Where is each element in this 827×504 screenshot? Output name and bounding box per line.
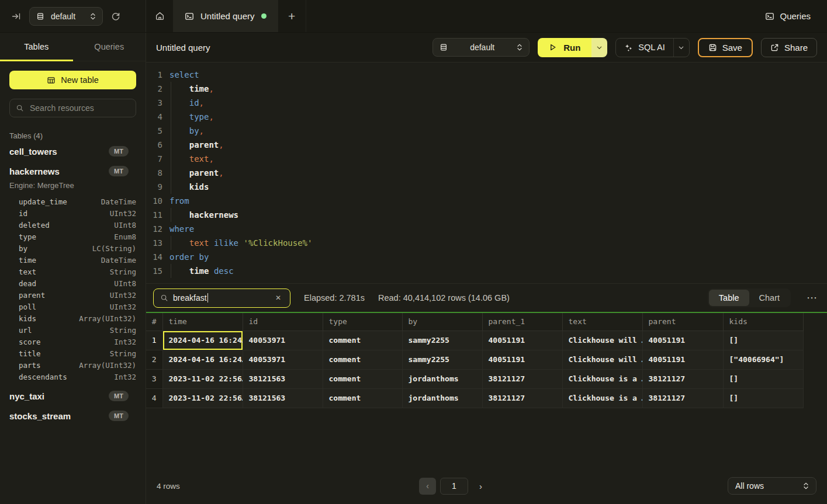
new-table-button[interactable]: New table (9, 71, 136, 89)
table-cell[interactable]: sammy2255 (402, 331, 482, 350)
refresh-icon (111, 12, 120, 21)
column-type: DateTime (101, 256, 136, 265)
table-cell[interactable]: 2023-11-02 22:56… (162, 388, 243, 408)
table-cell[interactable]: 40051191 (642, 350, 723, 369)
code-line: select (169, 68, 199, 82)
row-number[interactable]: 4 (146, 388, 162, 408)
table-cell[interactable]: 38121127 (642, 369, 723, 388)
table-cell[interactable]: 40051191 (642, 331, 723, 350)
table-cell[interactable]: 40051191 (482, 331, 562, 350)
sidebar-search-input[interactable] (29, 103, 130, 113)
editor-line[interactable]: 11 hackernews (146, 208, 827, 222)
table-cell[interactable]: jordanthoms (402, 388, 482, 408)
sql-ai-options-button[interactable] (673, 39, 689, 57)
table-cell[interactable]: comment (323, 331, 402, 350)
editor-line[interactable]: 5 by, (146, 124, 827, 138)
column-header[interactable]: type (323, 313, 402, 331)
editor-line[interactable]: 1 select (146, 68, 827, 82)
collapse-sidebar-button[interactable] (7, 7, 26, 26)
sql-ai-button[interactable]: SQL AI (615, 38, 689, 57)
editor-line[interactable]: 15 time desc (146, 264, 827, 278)
table-cell[interactable]: 38121127 (482, 388, 562, 408)
new-tab-button[interactable]: + (278, 0, 306, 32)
results-search-input[interactable]: breakfast (173, 293, 268, 303)
editor-line[interactable]: 7 text, (146, 152, 827, 166)
sql-ai-button-main[interactable]: SQL AI (616, 39, 673, 57)
previous-page-button[interactable]: ‹ (419, 478, 436, 495)
sidebar-table-item[interactable]: hackernews MT (9, 161, 136, 181)
editor-line[interactable]: 14 order by (146, 250, 827, 264)
share-button[interactable]: Share (761, 38, 817, 57)
home-button[interactable] (146, 0, 173, 32)
run-options-button[interactable] (591, 38, 607, 57)
clear-search-button[interactable]: ✕ (273, 293, 283, 303)
table-cell[interactable]: 38121127 (642, 388, 723, 408)
column-header[interactable]: by (402, 313, 482, 331)
refresh-button[interactable] (106, 7, 125, 26)
editor-line[interactable]: 13 text ilike '%ClickHouse%' (146, 236, 827, 250)
sidebar-table-item[interactable]: stocks_stream MT (9, 406, 136, 426)
save-button[interactable]: Save (698, 38, 753, 57)
editor-line[interactable]: 12 where (146, 222, 827, 236)
column-header[interactable]: # (146, 313, 162, 331)
editor-line[interactable]: 4 type, (146, 110, 827, 124)
column-header[interactable]: text (562, 313, 642, 331)
table-cell[interactable]: comment (323, 388, 402, 408)
table-cell[interactable]: ["40066964"] (723, 350, 803, 369)
save-icon (708, 43, 717, 52)
editor-line[interactable]: 2 time, (146, 82, 827, 96)
sidebar-tab-tables[interactable]: Tables (0, 33, 73, 61)
editor-line[interactable]: 3 id, (146, 96, 827, 110)
table-cell[interactable]: 38121563 (243, 369, 323, 388)
table-cell[interactable]: 40053971 (243, 350, 323, 369)
table-cell[interactable]: 40053971 (243, 331, 323, 350)
editor-line[interactable]: 8 parent, (146, 166, 827, 180)
table-cell[interactable]: jordanthoms (402, 369, 482, 388)
view-toggle-chart[interactable]: Chart (749, 290, 790, 306)
table-cell[interactable]: comment (323, 350, 402, 369)
table-cell[interactable]: [] (723, 331, 803, 350)
table-cell[interactable]: 38121127 (482, 369, 562, 388)
column-header[interactable]: parent (642, 313, 723, 331)
column-header[interactable]: id (243, 313, 323, 331)
table-cell[interactable]: [] (723, 388, 803, 408)
table-cell[interactable]: 38121563 (243, 388, 323, 408)
editor-line[interactable]: 6 parent, (146, 138, 827, 152)
next-page-button[interactable]: › (472, 478, 489, 495)
table-cell[interactable]: 2024-04-16 16:24… (162, 350, 243, 369)
page-size-selector[interactable]: All rows (728, 477, 816, 495)
sidebar: Tables Queries New table Tables (4) cell… (0, 33, 146, 504)
table-cell[interactable]: 2024-04-16 16:24… (162, 331, 243, 350)
sql-editor[interactable]: 1 select 2 time, 3 id, 4 type, 5 by, 6 p… (146, 62, 827, 283)
sidebar-tab-queries[interactable]: Queries (73, 33, 146, 61)
column-header[interactable]: kids (723, 313, 803, 331)
table-cell[interactable]: 2023-11-02 22:56… (162, 369, 243, 388)
column-header[interactable]: time (162, 313, 243, 331)
sidebar-table-item[interactable]: nyc_taxi MT (9, 386, 136, 406)
editor-line[interactable]: 10 from (146, 194, 827, 208)
table-cell[interactable]: Clickhouse will … (562, 331, 642, 350)
view-toggle-table[interactable]: Table (709, 290, 749, 306)
tab-untitled-query[interactable]: Untitled query (173, 0, 278, 32)
table-cell[interactable]: 40051191 (482, 350, 562, 369)
results-menu-button[interactable]: ⋯ (804, 291, 820, 304)
table-cell[interactable]: sammy2255 (402, 350, 482, 369)
row-number[interactable]: 2 (146, 350, 162, 369)
column-header[interactable]: parent_1 (482, 313, 562, 331)
editor-line[interactable]: 9 kids (146, 180, 827, 194)
table-cell[interactable]: Clickhouse will … (562, 350, 642, 369)
queries-button[interactable]: Queries (762, 11, 814, 22)
run-button-main[interactable]: Run (538, 38, 591, 57)
page-number-input[interactable]: 1 (440, 478, 468, 495)
table-cell[interactable]: comment (323, 369, 402, 388)
run-button[interactable]: Run (538, 38, 607, 57)
database-selector[interactable]: default (29, 7, 103, 26)
query-database-selector[interactable]: default (432, 38, 530, 57)
sidebar-table-item[interactable]: cell_towers MT (9, 141, 136, 161)
row-number[interactable]: 1 (146, 331, 162, 350)
table-cell[interactable]: [] (723, 369, 803, 388)
row-number[interactable]: 3 (146, 369, 162, 388)
table-cell[interactable]: Clickhouse is a … (562, 369, 642, 388)
table-cell[interactable]: Clickhouse is a … (562, 388, 642, 408)
line-number: 2 (146, 82, 162, 96)
